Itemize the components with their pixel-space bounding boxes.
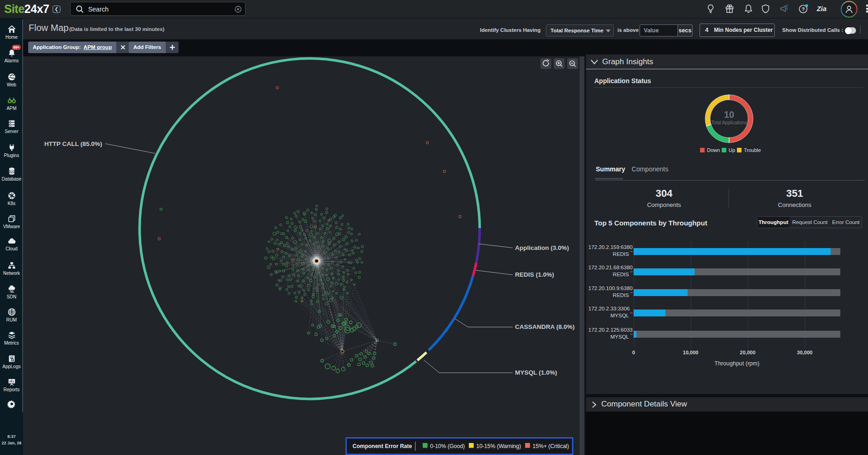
svg-text:Zίa: Zίa — [816, 5, 826, 12]
svg-text:Application (3.0%): Application (3.0%) — [515, 244, 569, 251]
svg-text:?: ? — [802, 6, 805, 12]
svg-text:0-10% (Good): 0-10% (Good) — [430, 443, 465, 449]
svg-text:10-15% (Warning): 10-15% (Warning) — [476, 443, 521, 449]
svg-text:HTTP CALL (85.0%): HTTP CALL (85.0%) — [44, 140, 102, 147]
svg-text:CASSANDRA (8.0%): CASSANDRA (8.0%) — [515, 323, 575, 330]
svg-text:15%+ (Critical): 15%+ (Critical) — [533, 443, 569, 449]
svg-text:Component Error Rate: Component Error Rate — [353, 443, 412, 449]
svg-text:MYSQL (1.0%): MYSQL (1.0%) — [515, 369, 557, 376]
svg-text:REDIS (1.0%): REDIS (1.0%) — [515, 271, 554, 278]
